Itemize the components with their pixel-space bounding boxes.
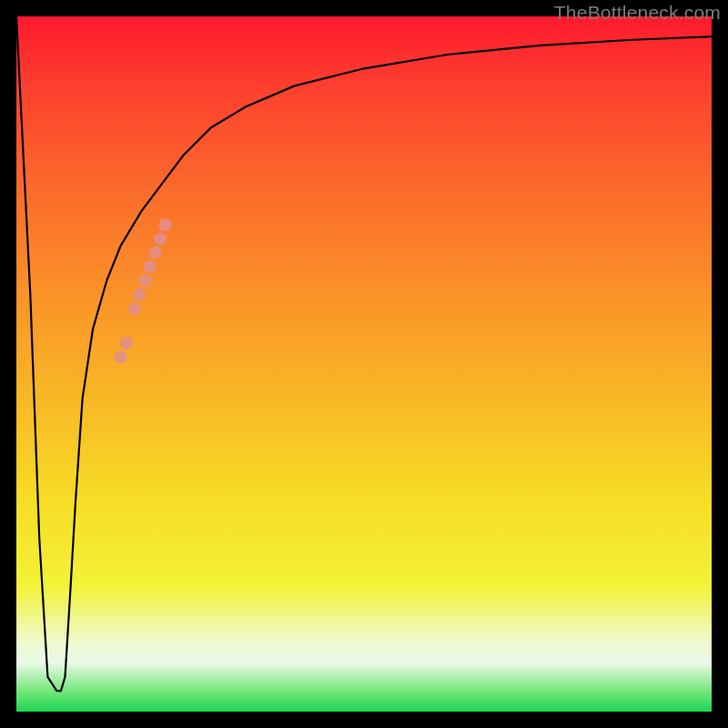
plot-area: [16, 16, 712, 712]
chart-stage: TheBottleneck.com: [0, 0, 728, 728]
curve-layer: [16, 16, 712, 712]
highlight-dot: [159, 218, 172, 231]
highlight-dot: [128, 302, 141, 315]
highlight-dot: [115, 350, 127, 363]
highlight-dot: [149, 247, 162, 259]
highlight-dot: [144, 260, 157, 273]
highlight-dot: [138, 274, 151, 287]
highlight-dot: [133, 288, 146, 301]
highlight-dot: [120, 337, 133, 349]
highlight-dot: [154, 233, 167, 246]
watermark-text: TheBottleneck.com: [554, 2, 721, 24]
